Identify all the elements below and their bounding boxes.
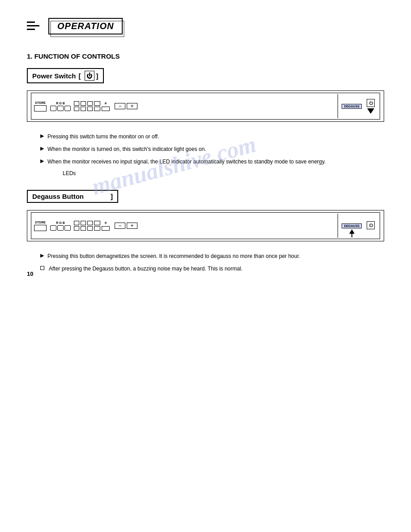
bullet-item-3: ▶ When the monitor receives no input sig… [40,158,384,166]
icon-buttons: ☀ [74,101,110,111]
sidebar-line-2 [27,25,39,26]
bullet-item-2: ▶ When the monitor is turned on, this sw… [40,145,384,153]
power-switch-label-container: Power Switch [ ⏻ ] [27,68,384,87]
icon-btn-1 [74,101,79,106]
panel-inner-1: STORE R G B [31,93,380,120]
g-label: G [59,102,61,105]
operation-title: OPERATION [57,21,114,31]
degauss-arrow [349,229,355,237]
icon-btn-4 [81,107,86,111]
sidebar-lines [27,21,39,30]
power-bullet-list: ▶ Pressing this switch turns the monitor… [40,133,384,166]
sidebar-line-3 [27,29,35,30]
leds-text: LEDs [63,170,384,176]
controls-group: R G B [50,101,334,111]
minus-plus-group-2: − + [115,223,137,229]
store-section-2: STORE [34,221,47,231]
icon-btn-8 [94,107,100,111]
degauss-bullet-text-1: Pressing this button demagnetizes the sc… [47,252,300,260]
contrast-btn [102,107,110,111]
store-label-2: STORE [35,221,46,224]
degauss-bullet-arrow-1: ▶ [40,253,44,258]
panel-power-symbol-2: ⏻ [369,223,373,227]
rgb-section-2: R G B [50,221,71,231]
icon-group-1 [74,101,79,111]
sq-bullet-icon [40,266,44,270]
degauss-label-box: Degauss Button ] [27,190,118,203]
r-label-2: R [56,221,58,224]
store-btn [34,105,47,112]
icon2-btn-6 [87,226,93,231]
minus-plus-group: − + [115,103,137,109]
power-icon: ⏻ [85,71,94,81]
bullet-arrow-1: ▶ [40,133,44,139]
bracket-close: ] [96,72,98,80]
icon-buttons-2: ☀ [74,221,110,231]
sidebar-line-1 [27,21,35,23]
rgb-section: R G B [50,102,71,111]
b-btn-2 [64,225,71,231]
icon-group-2-4 [94,221,100,231]
icon-btn-7 [94,101,100,106]
store-label: STORE [35,101,46,104]
icon-group-5: ☀ [102,101,110,111]
brightness-icon: ☀ [104,101,107,106]
rgb-btns-row [50,106,71,111]
bullet-text-1: Pressing this switch turns the monitor o… [47,133,159,141]
section-heading: 1. FUNCTION OF CONTROLS [27,52,384,60]
sq-bullet-container: After pressing the Degauss button, a buz… [40,265,384,273]
bracket-open: [ [79,72,81,80]
degauss-section-2: DEGAUSS [342,223,362,228]
power-switch-label-box: Power Switch [ ⏻ ] [27,68,104,83]
icon2-btn-8 [94,226,100,231]
power-icon-symbol: ⏻ [86,73,92,79]
rgb-btns-row-2 [50,225,71,231]
icon-group-4 [94,101,100,111]
g-btn-2 [57,225,64,231]
g-btn [57,106,64,111]
plus-btn-2: + [127,223,137,229]
b-btn [64,106,71,111]
icon-btn-5 [87,101,93,106]
store-section: STORE [34,101,47,112]
degauss-bullet-item-1: ▶ Pressing this button demagnetizes the … [40,252,384,260]
panel-power-icon-2: ⏻ [367,221,375,229]
operation-box: OPERATION [48,18,123,34]
rgb-icons-row: R G B [56,102,65,105]
arrow-up-stem [351,234,352,237]
panel-diagram-1: STORE R G B [27,90,384,122]
bullet-text-2: When the monitor is turned on, this swit… [47,145,206,153]
icon-group-2-1 [74,221,79,231]
b-label: B [63,102,65,105]
spacer-1 [27,176,384,190]
bullet-arrow-3: ▶ [40,158,44,164]
degauss-btn-text: Degauss Button [32,193,84,200]
r-btn [50,106,56,111]
icon2-btn-2 [74,226,79,231]
panel-right-1: DEGAUSS ⏻ [338,94,377,118]
arrow-up-triangle [349,229,355,234]
rgb-icons-row-2: R G B [56,221,65,224]
panel-inner-2: STORE R G B [31,212,380,239]
icon-btn-2 [74,107,79,111]
degauss-label-2: DEGAUSS [342,223,362,228]
icon2-btn-7 [94,221,100,225]
g-label-2: G [59,221,61,224]
plus-btn: + [127,103,137,109]
power-switch-text: Power Switch [32,72,76,80]
icon2-btn-5 [87,221,93,225]
icon-group-2-5: ☀ [102,221,110,231]
degauss-section: DEGAUSS [342,104,362,109]
panel-diagram-2: STORE R G B [27,210,384,241]
panel-triangle [367,108,374,114]
brightness-icon-2: ☀ [104,221,107,225]
degauss-power-row: DEGAUSS ⏻ [342,96,377,116]
r-btn-2 [50,225,56,231]
icon2-btn-1 [74,221,79,225]
minus-btn: − [115,103,125,109]
page-number: 10 [27,270,33,277]
icon-group-2-2 [81,221,86,231]
icon-group-2 [81,101,86,111]
icon-btn-6 [87,107,93,111]
controls-group-2: R G B [50,221,334,231]
